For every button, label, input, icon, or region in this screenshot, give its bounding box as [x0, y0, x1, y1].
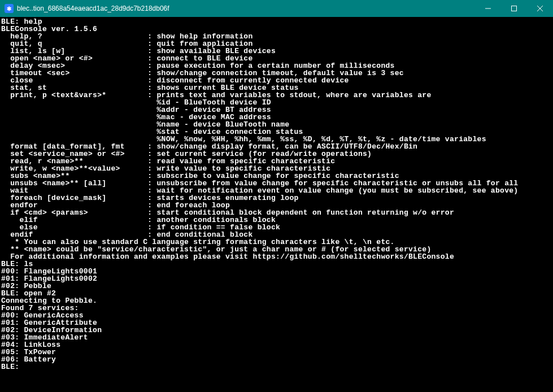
svg-rect-0	[512, 6, 517, 11]
close-button[interactable]	[527, 0, 553, 17]
app-window: ✱ blec..tion_6868a54eaeacd1ac_28d9dc7b21…	[0, 0, 553, 392]
minimize-button[interactable]	[475, 0, 501, 17]
terminal-line: #02: Pebble	[1, 282, 553, 290]
terminal-line: Found 7 services:	[1, 304, 553, 312]
terminal-line: #05: TxPower	[1, 349, 553, 356]
app-icon: ✱	[5, 4, 14, 13]
minimize-icon	[485, 6, 491, 11]
titlebar[interactable]: ✱ blec..tion_6868a54eaeacd1ac_28d9dc7b21…	[0, 0, 553, 17]
terminal-line: #03: ImmediateAlert	[1, 334, 553, 341]
terminal-line: For additional information and examples …	[1, 253, 553, 260]
maximize-button[interactable]	[501, 0, 527, 17]
close-icon	[537, 6, 543, 11]
window-controls	[475, 0, 553, 17]
terminal-line: #06: Battery	[1, 356, 553, 363]
terminal-line: Connecting to Pebble.	[1, 297, 553, 304]
window-title: blec..tion_6868a54eaeacd1ac_28d9dc7b218d…	[17, 5, 475, 12]
terminal-line: BLE:	[1, 363, 553, 371]
maximize-icon	[511, 6, 517, 11]
terminal-line: #01: FlangeLights0002	[1, 275, 553, 282]
terminal-output[interactable]: BLE: helpBLEConsole ver. 1.5.6 help, ? :…	[0, 17, 553, 392]
terminal-line: #04: LinkLoss	[1, 341, 553, 349]
